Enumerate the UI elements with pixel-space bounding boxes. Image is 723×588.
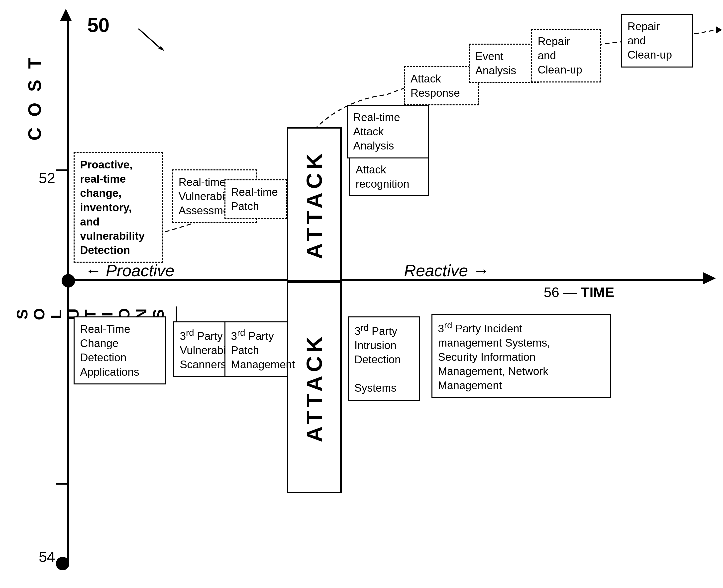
label-52: 52 xyxy=(39,169,55,187)
proactive-label: ← Proactive xyxy=(85,261,174,280)
diagram-svg xyxy=(0,0,723,588)
attack-text-lower: ATTACK xyxy=(302,333,327,442)
y-tick-1 xyxy=(56,169,68,171)
attack-recognition-box: Attackrecognition xyxy=(349,157,429,196)
label-56-time: 56 — TIME xyxy=(544,284,614,300)
svg-marker-0 xyxy=(716,26,722,34)
realtime-attack-analysis-box: Real-timeAttackAnalysis xyxy=(347,105,429,159)
third-party-intrusion-box: 3rd PartyIntrusionDetectionSystems xyxy=(348,316,420,401)
label-54: 54 xyxy=(39,548,55,565)
y-axis-arrow-top xyxy=(60,9,72,21)
realtime-patch-box: Real-timePatch xyxy=(224,180,287,219)
diagram-container: 50 C O S T SOLUTIONS— 52 54 56 — TIME ← … xyxy=(0,0,723,588)
realtime-change-box: Real-TimeChangeDetectionApplications xyxy=(74,316,166,384)
cost-label: C O S T xyxy=(25,55,45,141)
repair-cleanup-box-2: RepairandClean-up xyxy=(621,14,693,67)
svg-marker-2 xyxy=(158,46,165,51)
attack-text-upper: ATTACK xyxy=(302,150,327,259)
y-tick-2 xyxy=(56,483,68,485)
third-party-patch-box: 3rd PartyPatchManagement xyxy=(224,321,288,377)
y-axis xyxy=(67,15,69,566)
x-axis-dot xyxy=(62,274,75,288)
attack-box-upper: ATTACK xyxy=(287,127,342,281)
attack-response-box: AttackResponse xyxy=(404,66,479,105)
x-axis-arrow-right xyxy=(703,272,716,284)
proactive-bold-box: Proactive,real-timechange,inventory,andv… xyxy=(74,152,163,262)
third-party-incident-box: 3rd Party Incidentmanagement Systems,Sec… xyxy=(431,314,611,398)
event-analysis-box: EventAnalysis xyxy=(469,44,539,83)
figure-number: 50 xyxy=(87,14,109,37)
y-axis-dot xyxy=(56,557,69,570)
repair-cleanup-box-1: RepairandClean-up xyxy=(531,29,601,82)
reactive-label: Reactive → xyxy=(404,261,489,280)
svg-line-1 xyxy=(138,29,162,50)
attack-box-lower: ATTACK xyxy=(287,281,342,493)
